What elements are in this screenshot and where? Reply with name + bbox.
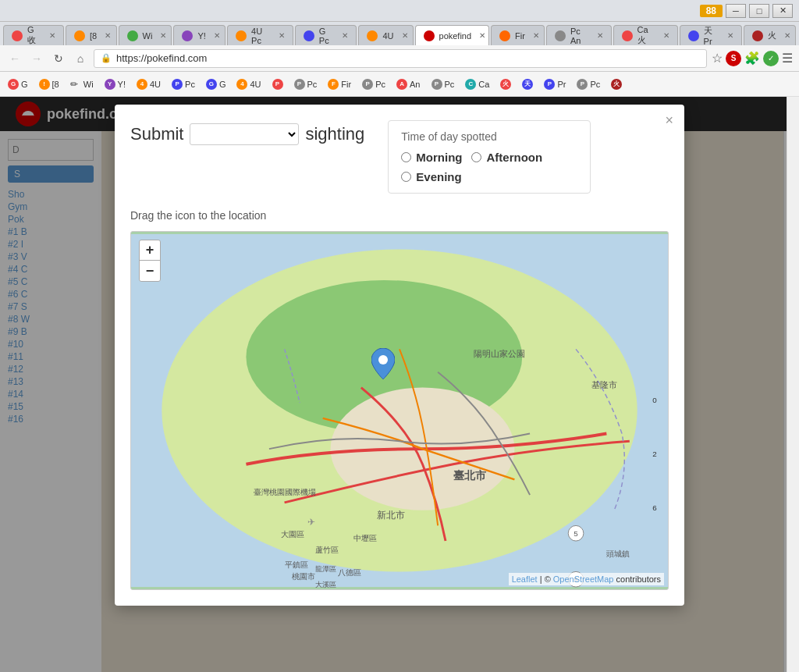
tab-4[interactable]: Y! ✕	[173, 25, 225, 45]
tab-6[interactable]: G Pc ✕	[295, 25, 357, 45]
tab-close-10[interactable]: ✕	[597, 31, 603, 40]
forward-button[interactable]: →	[28, 50, 45, 67]
morning-label: Morning	[416, 151, 462, 164]
tab-label-4: Y!	[197, 31, 205, 41]
svg-text:5: 5	[574, 529, 578, 538]
tab-9[interactable]: Fir ✕	[491, 25, 545, 45]
tab-close-6[interactable]: ✕	[342, 31, 348, 40]
attribution-rest: contributors	[616, 574, 661, 584]
pokemon-select[interactable]	[190, 123, 299, 145]
menu-icon[interactable]: ☰	[782, 51, 793, 66]
fav-fir[interactable]: F Fir	[323, 74, 356, 94]
tab-close-gmail[interactable]: ✕	[49, 31, 55, 40]
tab-close-pokefind[interactable]: ✕	[479, 31, 485, 40]
tab-close-13[interactable]: ✕	[784, 31, 790, 40]
fav-pc5[interactable]: P Pc	[572, 74, 605, 94]
evening-radio[interactable]	[401, 172, 411, 182]
tab-close-2[interactable]: ✕	[105, 31, 111, 40]
fav-label-gmail: G	[21, 80, 28, 89]
fav-pc2[interactable]: P Pc	[289, 74, 322, 94]
tab-label-9: Fir	[515, 31, 525, 41]
fav-gmail[interactable]: G G	[3, 74, 33, 94]
fav-2[interactable]: ! [8	[34, 74, 64, 94]
fav-fire2[interactable]: 火	[606, 74, 627, 94]
extension-icon[interactable]: 🧩	[744, 51, 760, 66]
tab-label-6: G Pc	[319, 27, 335, 45]
fav-pokefind[interactable]: P	[268, 74, 288, 94]
address-bar: ← → ↻ ⌂ 🔒 https://pokefind.com ☆ S 🧩 ✓ ☰	[0, 45, 799, 72]
fav-label-g: G	[219, 80, 226, 89]
fav-label-pr: Pr	[557, 80, 566, 89]
fav-icon-pc4: P	[431, 79, 442, 90]
fav-icon-yahoo: Y	[105, 79, 115, 90]
maximize-button[interactable]: □	[749, 4, 769, 18]
svg-text:基隆市: 基隆市	[591, 380, 617, 389]
home-button[interactable]: ⌂	[72, 50, 89, 67]
fav-pc4[interactable]: P Pc	[427, 74, 460, 94]
time-of-day-section: Time of day spotted Morning Afternoon	[388, 120, 591, 194]
time-option-afternoon[interactable]: Afternoon	[471, 151, 542, 164]
zoom-in-button[interactable]: +	[140, 240, 160, 261]
refresh-button[interactable]: ↻	[50, 50, 67, 67]
tab-close-4[interactable]: ✕	[214, 31, 220, 40]
tab-12[interactable]: 天 Pr ✕	[680, 25, 742, 45]
minimize-button[interactable]: ─	[726, 4, 746, 18]
tab-2[interactable]: [8 ✕	[66, 25, 117, 45]
time-of-day-title: Time of day spotted	[401, 130, 577, 143]
modal-close-button[interactable]: ×	[665, 112, 673, 129]
tab-close-11[interactable]: ✕	[663, 31, 669, 40]
back-button[interactable]: ←	[6, 50, 23, 67]
tab-7[interactable]: 4U ✕	[358, 25, 413, 45]
tab-close-12[interactable]: ✕	[727, 31, 733, 40]
morning-radio[interactable]	[401, 152, 411, 162]
fav-label-pc1: Pc	[185, 80, 195, 89]
attribution-sep: | ©	[540, 574, 553, 584]
fav-label-pc5: Pc	[590, 80, 600, 89]
tab-13[interactable]: 火 ✕	[744, 25, 796, 45]
close-button[interactable]: ✕	[772, 4, 793, 18]
tab-5[interactable]: 4U Pc ✕	[227, 25, 293, 45]
map-container[interactable]: + −	[130, 231, 669, 590]
fav-pc1[interactable]: P Pc	[167, 74, 200, 94]
security-icon: S	[726, 51, 741, 66]
tab-gmail[interactable]: G 收 ✕	[3, 25, 64, 45]
svg-text:蘆竹區: 蘆竹區	[315, 546, 339, 554]
tab-close-9[interactable]: ✕	[533, 31, 539, 40]
fav-icon-an: A	[396, 79, 407, 90]
tab-3[interactable]: Wi ✕	[119, 25, 172, 45]
fav-pr[interactable]: P Pr	[539, 74, 570, 94]
lock-icon: 🔒	[101, 53, 112, 63]
tab-bar: G 收 ✕ [8 ✕ Wi ✕ Y! ✕ 4U Pc ✕ G Pc ✕	[0, 22, 799, 45]
tab-11[interactable]: Ca 火 ✕	[613, 25, 678, 45]
fav-yahoo[interactable]: Y Y!	[100, 74, 130, 94]
fav-wiki[interactable]: ✏ Wi	[66, 74, 98, 94]
fav-fire1[interactable]: 火	[495, 74, 516, 94]
tab-close-7[interactable]: ✕	[402, 31, 408, 40]
fav-4u2[interactable]: 4 4U	[232, 74, 265, 94]
fav-ca[interactable]: C Ca	[460, 74, 494, 94]
fav-an[interactable]: A An	[392, 74, 424, 94]
time-option-morning[interactable]: Morning	[401, 151, 462, 164]
fav-4u1[interactable]: 4 4U	[132, 74, 165, 94]
sighting-label: sighting	[305, 124, 364, 144]
scrollbar[interactable]	[787, 97, 799, 672]
tab-10[interactable]: Pc An ✕	[546, 25, 612, 45]
afternoon-radio[interactable]	[471, 152, 481, 162]
leaflet-link[interactable]: Leaflet	[512, 574, 538, 584]
bookmark-star-icon[interactable]: ☆	[712, 51, 723, 66]
svg-text:中壢區: 中壢區	[353, 534, 377, 542]
tab-close-3[interactable]: ✕	[160, 31, 166, 40]
fav-g[interactable]: G G	[201, 74, 231, 94]
address-input[interactable]: 🔒 https://pokefind.com	[94, 49, 707, 68]
svg-text:桃園市: 桃園市	[292, 572, 315, 581]
submit-section: Submit sighting	[130, 120, 364, 145]
tab-pokefind[interactable]: pokefind ✕	[415, 25, 489, 45]
fav-pc3[interactable]: P Pc	[357, 74, 390, 94]
osm-link[interactable]: OpenStreetMap	[553, 574, 614, 584]
fav-icon-fir: F	[328, 79, 339, 90]
tab-close-5[interactable]: ✕	[279, 31, 285, 40]
time-option-evening[interactable]: Evening	[401, 170, 461, 183]
fav-sky[interactable]: 天	[517, 74, 538, 94]
zoom-out-button[interactable]: −	[140, 261, 160, 281]
map-location-pin[interactable]	[371, 348, 395, 382]
